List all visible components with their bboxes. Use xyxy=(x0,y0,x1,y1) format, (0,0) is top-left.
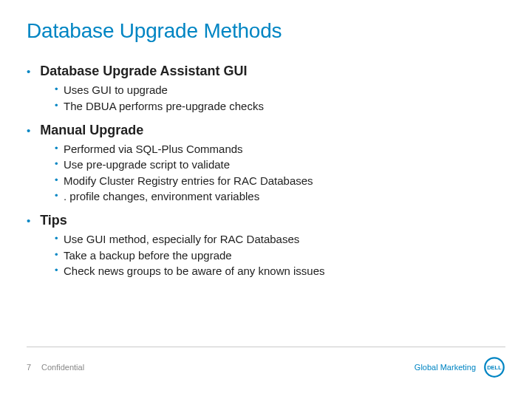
item-text: Take a backup before the upgrade xyxy=(64,248,232,263)
heading-text: Database Upgrade Assistant GUI xyxy=(40,64,247,78)
slide-title: Database Upgrade Methods xyxy=(27,19,505,43)
list-item: •Check news groups to be aware of any kn… xyxy=(55,264,505,279)
dell-logo-icon: DELL xyxy=(483,356,505,378)
bullet-icon: • xyxy=(27,214,37,228)
section-items-2: •Performed via SQL-Plus Commands •Use pr… xyxy=(27,142,505,204)
footer-tagline: Global Marketing xyxy=(415,363,476,372)
list-item: •Use GUI method, especially for RAC Data… xyxy=(55,232,505,247)
bullet-icon: • xyxy=(55,157,64,171)
slide-footer: 7 Confidential Global Marketing DELL xyxy=(27,347,505,378)
bullet-icon: • xyxy=(55,99,64,112)
list-item: •. profile changes, environment variable… xyxy=(55,189,505,204)
item-text: Use GUI method, especially for RAC Datab… xyxy=(64,232,299,247)
heading-text: Manual Upgrade xyxy=(40,123,143,137)
bullet-icon: • xyxy=(55,174,64,187)
bullet-icon: • xyxy=(27,123,37,138)
svg-text:DELL: DELL xyxy=(487,364,502,371)
page-number: 7 xyxy=(27,363,41,372)
section-items-1: •Uses GUI to upgrade •The DBUA performs … xyxy=(27,83,505,114)
bullet-icon: • xyxy=(55,142,64,155)
list-item: •Modify Cluster Registry entries for RAC… xyxy=(55,174,505,188)
list-item: •Take a backup before the upgrade xyxy=(55,248,505,263)
footer-row: 7 Confidential Global Marketing DELL xyxy=(27,356,505,378)
list-item: •Performed via SQL-Plus Commands xyxy=(55,142,505,157)
item-text: . profile changes, environment variables xyxy=(64,189,259,204)
bullet-icon: • xyxy=(55,189,64,202)
item-text: Modify Cluster Registry entries for RAC … xyxy=(64,174,313,188)
section-heading-2: • Manual Upgrade xyxy=(27,121,505,139)
footer-rule xyxy=(27,347,505,347)
item-text: The DBUA performs pre-upgrade checks xyxy=(64,99,264,114)
bullet-icon: • xyxy=(55,264,64,277)
bullet-icon: • xyxy=(55,83,64,96)
section-heading-1: • Database Upgrade Assistant GUI xyxy=(27,62,505,80)
slide-content: • Database Upgrade Assistant GUI •Uses G… xyxy=(27,62,505,279)
bullet-icon: • xyxy=(55,232,64,245)
item-text: Use pre-upgrade script to validate xyxy=(64,157,230,172)
bullet-icon: • xyxy=(55,248,64,262)
item-text: Performed via SQL-Plus Commands xyxy=(64,142,243,157)
confidential-label: Confidential xyxy=(41,363,84,372)
section-items-3: •Use GUI method, especially for RAC Data… xyxy=(27,232,505,279)
slide: Database Upgrade Methods • Database Upgr… xyxy=(0,0,532,399)
list-item: •The DBUA performs pre-upgrade checks xyxy=(55,99,505,114)
item-text: Check news groups to be aware of any kno… xyxy=(64,264,325,279)
list-item: •Uses GUI to upgrade xyxy=(55,83,505,98)
item-text: Uses GUI to upgrade xyxy=(64,83,168,98)
heading-text: Tips xyxy=(40,213,67,228)
list-item: •Use pre-upgrade script to validate xyxy=(55,157,505,172)
section-heading-3: • Tips xyxy=(27,211,505,229)
bullet-icon: • xyxy=(27,64,37,79)
